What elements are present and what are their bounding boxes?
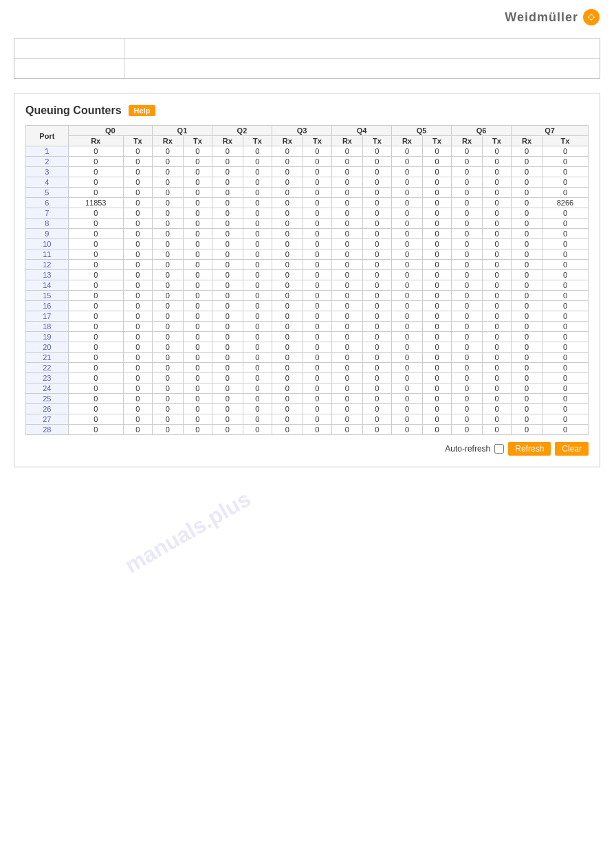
data-cell: 0 <box>362 383 391 394</box>
data-cell: 0 <box>152 280 183 291</box>
table-row: 90000000000000000 <box>26 229 589 239</box>
data-cell: 0 <box>362 260 391 270</box>
data-cell: 0 <box>392 414 423 425</box>
data-cell: 0 <box>183 188 212 198</box>
data-cell: 0 <box>152 208 183 219</box>
q0-tx: Tx <box>123 136 152 146</box>
data-cell: 0 <box>68 177 123 188</box>
data-cell: 0 <box>542 270 588 280</box>
data-cell: 0 <box>303 198 331 208</box>
data-cell: 0 <box>152 260 183 270</box>
data-cell: 0 <box>332 332 363 342</box>
port-cell: 14 <box>26 280 69 291</box>
header: Weidmüller <box>0 0 614 32</box>
data-cell: 0 <box>452 167 483 177</box>
data-cell: 0 <box>272 177 303 188</box>
data-cell: 0 <box>452 353 483 363</box>
data-cell: 0 <box>542 146 588 157</box>
data-cell: 0 <box>452 239 483 249</box>
counters-table: Port Q0 Q1 Q2 Q3 Q4 Q5 Q6 Q7 Rx Tx Rx Tx… <box>25 125 589 435</box>
data-cell: 0 <box>392 270 423 280</box>
data-cell: 0 <box>183 239 212 249</box>
port-cell: 2 <box>26 157 69 167</box>
data-cell: 0 <box>542 188 588 198</box>
data-cell: 0 <box>452 394 483 404</box>
data-cell: 0 <box>183 322 212 332</box>
table-row: 611853000000000000008266 <box>26 198 589 208</box>
data-cell: 0 <box>392 394 423 404</box>
data-cell: 0 <box>272 291 303 301</box>
data-cell: 0 <box>452 280 483 291</box>
data-cell: 0 <box>542 291 588 301</box>
data-cell: 0 <box>212 425 243 435</box>
data-cell: 0 <box>362 188 391 198</box>
auto-refresh-checkbox[interactable] <box>494 444 504 454</box>
data-cell: 0 <box>272 146 303 157</box>
data-cell: 0 <box>212 373 243 383</box>
data-cell: 0 <box>422 208 451 219</box>
data-cell: 0 <box>542 208 588 219</box>
q1-header: Q1 <box>152 126 212 136</box>
data-cell: 0 <box>512 301 542 311</box>
data-cell: 0 <box>68 229 123 239</box>
data-cell: 0 <box>123 332 152 342</box>
data-cell: 0 <box>332 394 363 404</box>
clear-button[interactable]: Clear <box>555 442 589 456</box>
port-cell: 26 <box>26 404 69 414</box>
table-row: 70000000000000000 <box>26 208 589 219</box>
data-cell: 0 <box>542 404 588 414</box>
nav-cell-right-1 <box>124 39 600 58</box>
q7-header: Q7 <box>512 126 589 136</box>
data-cell: 0 <box>392 353 423 363</box>
data-cell: 0 <box>152 404 183 414</box>
data-cell: 0 <box>332 404 363 414</box>
data-cell: 0 <box>123 414 152 425</box>
data-cell: 0 <box>482 301 511 311</box>
data-cell: 0 <box>123 404 152 414</box>
q1-rx: Rx <box>152 136 183 146</box>
data-cell: 0 <box>272 188 303 198</box>
data-cell: 0 <box>542 311 588 322</box>
port-cell: 28 <box>26 425 69 435</box>
refresh-button[interactable]: Refresh <box>508 442 551 456</box>
data-cell: 0 <box>152 167 183 177</box>
data-cell: 0 <box>123 167 152 177</box>
table-row: 250000000000000000 <box>26 394 589 404</box>
q6-header: Q6 <box>452 126 512 136</box>
data-cell: 0 <box>542 332 588 342</box>
data-cell: 0 <box>152 219 183 229</box>
help-button[interactable]: Help <box>129 105 156 116</box>
data-cell: 0 <box>68 167 123 177</box>
data-cell: 0 <box>272 270 303 280</box>
data-cell: 0 <box>392 260 423 270</box>
data-cell: 0 <box>512 198 542 208</box>
data-cell: 0 <box>422 332 451 342</box>
data-cell: 0 <box>123 342 152 353</box>
data-cell: 0 <box>123 322 152 332</box>
data-cell: 0 <box>123 146 152 157</box>
data-cell: 0 <box>512 332 542 342</box>
data-cell: 0 <box>183 167 212 177</box>
data-cell: 0 <box>152 414 183 425</box>
data-cell: 0 <box>272 198 303 208</box>
data-cell: 0 <box>512 239 542 249</box>
data-cell: 0 <box>272 342 303 353</box>
table-row: 260000000000000000 <box>26 404 589 414</box>
data-cell: 0 <box>362 167 391 177</box>
data-cell: 0 <box>392 373 423 383</box>
data-cell: 0 <box>303 157 331 167</box>
data-cell: 0 <box>512 177 542 188</box>
nav-row-1 <box>14 39 600 59</box>
q5-rx: Rx <box>392 136 423 146</box>
data-cell: 0 <box>332 270 363 280</box>
data-cell: 0 <box>183 260 212 270</box>
data-cell: 0 <box>392 425 423 435</box>
data-cell: 0 <box>332 425 363 435</box>
data-cell: 0 <box>422 146 451 157</box>
data-cell: 0 <box>362 363 391 373</box>
data-cell: 0 <box>512 404 542 414</box>
logo-icon <box>582 8 600 26</box>
data-cell: 0 <box>482 146 511 157</box>
data-cell: 0 <box>183 219 212 229</box>
data-cell: 0 <box>68 280 123 291</box>
